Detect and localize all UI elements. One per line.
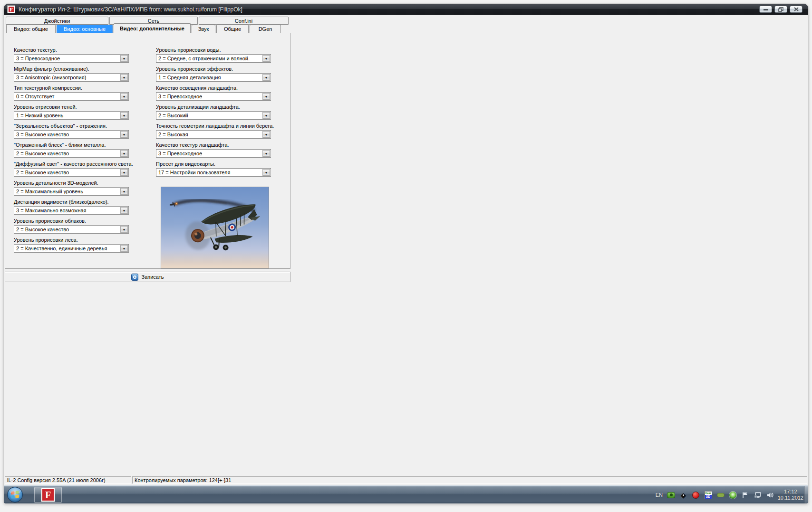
setting-label: Уровень детализации ландшафта. (156, 104, 271, 111)
setting-row: Уровень прорисовки облаков. 2 = Высокое … (14, 218, 129, 237)
restore-button[interactable] (774, 6, 787, 13)
combobox-value: 2 = Максимальный уровень (16, 189, 83, 195)
action-center-flag-icon[interactable] (741, 491, 749, 499)
combobox-dropdown-button[interactable]: ▼ (120, 55, 128, 62)
combobox-dropdown-button[interactable]: ▼ (120, 93, 128, 100)
setting-row: Уровень прорисовки леса. 2 = Качественно… (14, 237, 129, 256)
volume-tray-icon[interactable] (766, 491, 774, 499)
aircraft-preview-image (161, 187, 269, 268)
setting-combobox[interactable]: 3 = Превосходное ▼ (156, 149, 271, 158)
clock-date: 10.11.2012 (778, 495, 803, 501)
tab-видео-основные[interactable]: Видео: основные (57, 25, 113, 33)
record-tray-icon[interactable] (692, 491, 700, 499)
minimize-button[interactable] (759, 6, 772, 13)
combobox-value: 3 = Превосходное (158, 94, 202, 100)
save-button[interactable]: Записать (5, 272, 290, 282)
combobox-dropdown-button[interactable]: ▼ (120, 226, 128, 233)
minimize-icon (763, 7, 768, 11)
chevron-down-icon: ▼ (123, 76, 126, 79)
combobox-dropdown-button[interactable]: ▼ (262, 55, 270, 62)
chevron-down-icon: ▼ (265, 76, 268, 79)
setting-combobox[interactable]: 3 = Высокое качество ▼ (14, 130, 129, 139)
combobox-dropdown-button[interactable]: ▼ (262, 169, 270, 176)
taskbar: F EN ◆ Xear3D (4, 485, 808, 503)
combobox-dropdown-button[interactable]: ▼ (120, 74, 128, 81)
taskbar-clock[interactable]: 17:12 10.11.2012 (778, 486, 803, 503)
tab-звук[interactable]: Звук (192, 25, 215, 33)
setting-row: Уровень детализации ландшафта. 2 = Высок… (156, 104, 271, 123)
setting-combobox[interactable]: 3 = Максимально возможная ▼ (14, 206, 129, 215)
combobox-dropdown-button[interactable]: ▼ (120, 207, 128, 214)
combobox-value: 2 = Высокий (158, 113, 188, 119)
setting-combobox[interactable]: 2 = Высокий ▼ (156, 111, 271, 120)
setting-row: MipMap фильтр (сглаживание). 3 = Anisotr… (14, 66, 129, 85)
tab-dgen[interactable]: DGen (250, 25, 281, 33)
combobox-value: 1 = Средняя детализация (158, 75, 221, 81)
green-orb-tray-icon[interactable] (729, 491, 737, 499)
setting-label: Точность геометрии ландшафта и линии бер… (156, 123, 271, 130)
save-button-label: Записать (141, 274, 164, 280)
show-desktop-button[interactable] (804, 486, 808, 503)
close-button[interactable] (790, 6, 802, 13)
close-icon (794, 7, 799, 11)
setting-row: Пресет для видеокарты. 17 = Настройки по… (156, 161, 271, 180)
tab-общие[interactable]: Общие (216, 25, 249, 33)
start-button[interactable] (7, 486, 23, 503)
chevron-down-icon: ▼ (265, 171, 268, 174)
setting-combobox[interactable]: 2 = Высокое качество ▼ (14, 149, 129, 158)
setting-combobox[interactable]: 0 = Отсутствует ▼ (14, 92, 129, 101)
desktop-screenshot: F Конфигуратор Ил-2: Штурмовик/ЗС/АвН/ПХ… (4, 4, 808, 503)
setting-combobox[interactable]: 3 = Превосходное ▼ (156, 92, 271, 101)
setting-row: Дистанция видимости (близко/далеко). 3 =… (14, 199, 129, 218)
setting-combobox[interactable]: 2 = Высокая ▼ (156, 130, 271, 139)
setting-combobox[interactable]: 1 = Средняя детализация ▼ (156, 73, 271, 82)
setting-row: Уровень отрисовки теней. 1 = Низкий уров… (14, 104, 129, 123)
diamond-tray-icon[interactable]: ◆ (679, 491, 687, 499)
combobox-dropdown-button[interactable]: ▼ (262, 131, 270, 138)
setting-label: Дистанция видимости (близко/далеко). (14, 199, 129, 206)
setting-row: "Зеркальность объектов" - отражения. 3 =… (14, 123, 129, 142)
setting-combobox[interactable]: 3 = Превосходное ▼ (14, 54, 129, 63)
battery-tray-icon[interactable] (716, 491, 725, 499)
network-tray-icon[interactable] (754, 491, 762, 499)
chevron-down-icon: ▼ (123, 190, 126, 193)
setting-combobox[interactable]: 1 = Низкий уровень ▼ (14, 111, 129, 120)
setting-combobox[interactable]: 2 = Высокое качество ▼ (14, 225, 129, 234)
chevron-down-icon: ▼ (123, 57, 126, 60)
setting-label: "Отраженный блеск" - блики металла. (14, 142, 129, 149)
setting-label: Уровень отрисовки теней. (14, 104, 129, 111)
setting-combobox[interactable]: 2 = Качественно, единичные деревья ▼ (14, 244, 129, 253)
tab-джойстики[interactable]: Джойстики (6, 17, 108, 25)
combobox-value: 2 = Высокое качество (16, 227, 69, 233)
setting-combobox[interactable]: 2 = Максимальный уровень ▼ (14, 187, 129, 196)
combobox-dropdown-button[interactable]: ▼ (262, 112, 270, 119)
setting-row: Качество освещения ландшафта. 3 = Превос… (156, 85, 271, 104)
combobox-dropdown-button[interactable]: ▼ (120, 131, 128, 138)
chevron-down-icon: ▼ (123, 114, 126, 117)
tab-видео-общие[interactable]: Видео: общие (6, 25, 56, 33)
setting-combobox[interactable]: 3 = Anisotropic (анизотропия) ▼ (14, 73, 129, 82)
combobox-value: 3 = Anisotropic (анизотропия) (16, 75, 86, 81)
combobox-dropdown-button[interactable]: ▼ (262, 74, 270, 81)
combobox-dropdown-button[interactable]: ▼ (120, 188, 128, 195)
joystick-tray-icon[interactable] (667, 491, 675, 499)
combobox-dropdown-button[interactable]: ▼ (120, 169, 128, 176)
setting-combobox[interactable]: 2 = Средне, с отражениями и волной. ▼ (156, 54, 271, 63)
combobox-dropdown-button[interactable]: ▼ (262, 93, 270, 100)
xear3d-tray-icon[interactable]: Xear3D (704, 491, 712, 499)
setting-label: Качество текстур. (14, 47, 129, 54)
setting-combobox[interactable]: 2 = Высокое качество ▼ (14, 168, 129, 177)
combobox-dropdown-button[interactable]: ▼ (120, 245, 128, 252)
setting-row: Тип текстурной компрессии. 0 = Отсутству… (14, 85, 129, 104)
tab-видео-дополнительные[interactable]: Видео: дополнительные (114, 23, 191, 33)
combobox-dropdown-button[interactable]: ▼ (262, 150, 270, 157)
taskbar-app-il2config[interactable]: F (34, 487, 62, 503)
language-indicator[interactable]: EN (656, 492, 663, 498)
combobox-dropdown-button[interactable]: ▼ (120, 150, 128, 157)
chevron-down-icon: ▼ (265, 57, 268, 60)
combobox-dropdown-button[interactable]: ▼ (120, 112, 128, 119)
tab-conf-ini[interactable]: Conf.ini (199, 17, 289, 25)
setting-row: Качество текстур. 3 = Превосходное ▼ (14, 47, 129, 66)
setting-combobox[interactable]: 17 = Настройки пользователя ▼ (156, 168, 271, 177)
setting-label: "Зеркальность объектов" - отражения. (14, 123, 129, 130)
